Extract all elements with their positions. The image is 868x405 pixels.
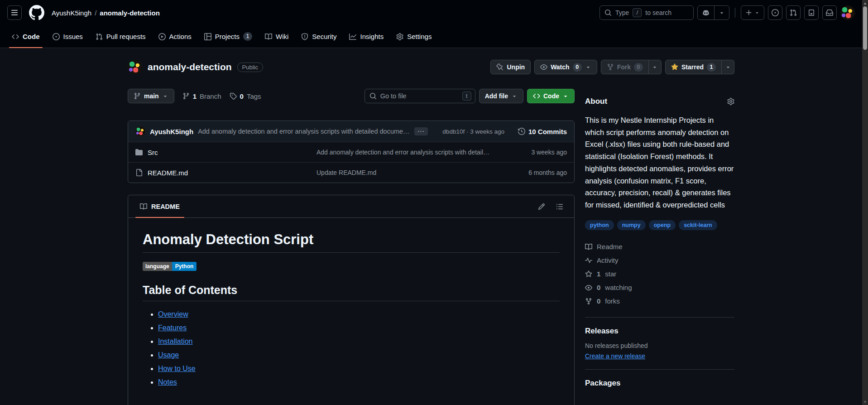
tab-settings[interactable]: Settings [392, 25, 436, 48]
readme-content: Anomaly Detection Script language Python… [128, 218, 574, 405]
watch-button[interactable]: Watch 0 [534, 60, 597, 74]
tab-code[interactable]: Code [7, 25, 44, 48]
scrollbar-thumb[interactable] [863, 6, 867, 50]
meta-label: watching [605, 284, 632, 291]
edit-about-button[interactable] [727, 98, 734, 105]
star-dropdown-button[interactable] [722, 60, 734, 74]
chevron-down-icon [585, 64, 591, 70]
tab-actions[interactable]: Actions [154, 25, 196, 48]
global-search-input[interactable]: Type / to search [599, 5, 694, 20]
fork-dropdown-button[interactable] [649, 60, 662, 74]
commit-author-link[interactable]: AyushK5ingh [150, 128, 193, 135]
go-to-file-input[interactable] [380, 92, 459, 100]
toc-link-features[interactable]: Features [158, 324, 187, 332]
list-item: Usage [158, 351, 560, 359]
copilot-button[interactable] [698, 6, 714, 19]
search-icon [604, 9, 612, 16]
forks-meta-link[interactable]: 0 forks [585, 294, 734, 308]
edit-readme-button[interactable] [534, 199, 549, 214]
tab-insights[interactable]: Insights [345, 25, 388, 48]
tab-label: Wiki [276, 33, 288, 40]
topic-openp[interactable]: openp [649, 220, 676, 230]
readme-meta-link[interactable]: Readme [585, 240, 734, 254]
toc-link-installation[interactable]: Installation [158, 338, 193, 345]
starred-button[interactable]: Starred 1 [665, 60, 722, 74]
topic-python[interactable]: python [585, 220, 614, 230]
commit-author-avatar[interactable] [135, 126, 145, 136]
tab-projects[interactable]: Projects 1 [200, 25, 257, 48]
tags-link[interactable]: 0 Tags [230, 92, 261, 100]
toc-link-usage[interactable]: Usage [158, 351, 179, 359]
current-branch-label: main [144, 92, 159, 100]
repo-owner-avatar[interactable] [128, 60, 142, 74]
meta-label: star [605, 270, 616, 278]
add-file-button[interactable]: Add file [479, 89, 523, 103]
your-issues-button[interactable] [768, 5, 782, 20]
latest-commit-bar: AyushK5ingh Add anomaly detection and er… [128, 121, 574, 142]
stars-meta-link[interactable]: 1 star [585, 267, 734, 281]
toc-link-overview[interactable]: Overview [158, 310, 188, 318]
meta-count: 0 [597, 284, 600, 291]
meta-count: 0 [597, 297, 600, 305]
file-name-link[interactable]: Src [135, 149, 317, 156]
create-new-button[interactable] [741, 6, 764, 19]
commit-hash-and-time[interactable]: dbdb10f · 3 weeks ago [442, 128, 504, 135]
tab-security[interactable]: Security [297, 25, 341, 48]
file-commit-message-link[interactable]: Update README.md [317, 169, 499, 176]
repo-forked-icon [607, 63, 614, 71]
fork-button[interactable]: Fork 0 [601, 60, 649, 74]
badge-label: language [143, 262, 172, 271]
file-name: README.md [148, 169, 188, 177]
notifications-inbox-button[interactable] [822, 5, 837, 20]
create-release-link[interactable]: Create a new release [585, 352, 645, 360]
toc-link-how-to-use[interactable]: How to Use [158, 365, 196, 372]
tab-pull-requests[interactable]: Pull requests [91, 25, 150, 48]
breadcrumb-repo-link[interactable]: anomaly-detection [100, 9, 160, 17]
user-avatar[interactable] [840, 5, 855, 20]
tab-wiki[interactable]: Wiki [260, 25, 293, 48]
go-to-file-key-hint: t [462, 92, 471, 101]
scrollbar[interactable]: ▲ ▼ [862, 0, 868, 405]
readme-tab[interactable]: README [135, 195, 184, 217]
eye-icon [585, 284, 592, 291]
scrollbar-down-arrow[interactable]: ▼ [862, 399, 868, 405]
your-pull-requests-button[interactable] [786, 5, 801, 20]
graph-icon [349, 33, 356, 40]
copilot-dropdown-button[interactable] [714, 6, 729, 19]
watch-count-badge: 0 [573, 63, 582, 72]
topic-sckit-learn[interactable]: sckit-learn [679, 220, 717, 230]
file-commit-message-link[interactable]: Add anomaly detection and error analysis… [317, 149, 499, 156]
fork-label: Fork [617, 63, 631, 71]
commit-history-link[interactable]: 10 Commits [518, 128, 567, 135]
watching-meta-link[interactable]: 0 watching [585, 281, 734, 294]
activity-meta-link[interactable]: Activity [585, 254, 734, 267]
issue-opened-icon [53, 33, 60, 40]
language-badge[interactable]: language Python [143, 262, 197, 271]
packages-section: Packages [585, 369, 734, 388]
commit-message-link[interactable]: Add anomaly detection and error analysis… [198, 128, 409, 135]
topic-numpy[interactable]: numpy [617, 220, 646, 230]
hamburger-menu-button[interactable] [7, 5, 22, 20]
tab-issues[interactable]: Issues [48, 25, 87, 48]
github-logo[interactable] [29, 5, 44, 20]
toc-link-notes[interactable]: Notes [158, 378, 177, 386]
starred-label: Starred [681, 63, 704, 71]
commit-details-button[interactable] [414, 127, 428, 135]
branch-selector-button[interactable]: main [128, 89, 174, 103]
chevron-down-icon [725, 64, 731, 70]
code-download-button[interactable]: Code [527, 89, 575, 103]
scrollbar-up-arrow[interactable]: ▲ [862, 0, 868, 6]
unpin-button[interactable]: Unpin [490, 60, 531, 74]
releases-section: Releases No releases published Create a … [585, 317, 734, 360]
saved-items-button[interactable] [804, 5, 819, 20]
file-name-link[interactable]: README.md [135, 169, 317, 177]
readme-outline-button[interactable] [552, 199, 567, 214]
code-toolbar: main 1 Branch [128, 89, 575, 103]
repo-tab-nav: Code Issues Pull requests Actions Projec… [0, 25, 862, 48]
add-file-label: Add file [485, 92, 508, 100]
file-name: Src [148, 149, 158, 156]
copilot-button-group [697, 5, 729, 20]
branches-link[interactable]: 1 Branch [182, 92, 221, 100]
bookmark-panel-icon [808, 9, 815, 16]
breadcrumb-owner-link[interactable]: AyushK5ingh [52, 9, 91, 17]
